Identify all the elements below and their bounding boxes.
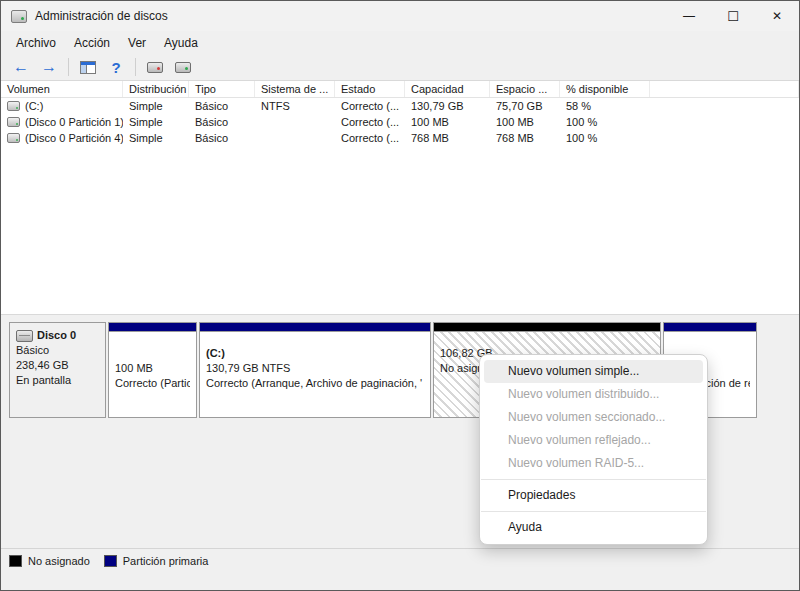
volume-row-particion1[interactable]: (Disco 0 Partición 1) Simple Básico Corr…	[1, 114, 799, 130]
column-header-estado[interactable]: Estado	[335, 81, 405, 97]
column-header-capacidad[interactable]: Capacidad	[405, 81, 490, 97]
volume-name: (C:)	[25, 100, 43, 112]
console-tree-button[interactable]	[76, 56, 100, 78]
cell-capacidad: 100 MB	[405, 116, 490, 128]
column-header-filler	[650, 81, 799, 97]
cell-disponible: 100 %	[560, 132, 650, 144]
partition-color-bar	[200, 323, 430, 332]
cell-tipo: Básico	[189, 116, 255, 128]
context-menu: Nuevo volumen simple... Nuevo volumen di…	[479, 354, 708, 545]
app-disk-icon	[11, 10, 27, 23]
cell-tipo: Básico	[189, 100, 255, 112]
cell-espacio: 768 MB	[490, 132, 560, 144]
legend-bar: No asignado Partición primaria	[1, 548, 799, 572]
partition-efi[interactable]: 100 MB Correcto (Partic	[108, 322, 197, 418]
menu-item-propiedades[interactable]: Propiedades	[480, 484, 707, 507]
toolbar-separator	[68, 58, 69, 76]
partition-color-bar	[109, 323, 196, 332]
column-header-distribucion[interactable]: Distribución	[123, 81, 189, 97]
window-title: Administración de discos	[35, 9, 168, 23]
disk-actions-button[interactable]	[171, 56, 195, 78]
column-header-espacio[interactable]: Espacio ...	[490, 81, 560, 97]
back-icon: ←	[13, 59, 29, 75]
volume-row-particion4[interactable]: (Disco 0 Partición 4) Simple Básico Corr…	[1, 130, 799, 146]
partition-size: 130,79 GB NTFS	[206, 361, 424, 376]
menu-ayuda[interactable]: Ayuda	[155, 33, 207, 53]
disk-management-window: Administración de discos — ☐ ✕ Archivo A…	[0, 0, 800, 591]
legend-unallocated: No asignado	[9, 555, 90, 567]
menu-item-nuevo-volumen-simple[interactable]: Nuevo volumen simple...	[484, 360, 703, 383]
cell-distribucion: Simple	[123, 132, 189, 144]
volume-list-header: Volumen Distribución Tipo Sistema de ...…	[1, 81, 799, 98]
partition-color-bar	[664, 323, 756, 332]
disk-status: En pantalla	[16, 373, 99, 388]
cell-distribucion: Simple	[123, 100, 189, 112]
cell-disponible: 100 %	[560, 116, 650, 128]
menu-item-nuevo-volumen-distribuido: Nuevo volumen distribuido...	[480, 383, 707, 406]
help-icon: ?	[111, 59, 120, 76]
menu-accion[interactable]: Acción	[65, 33, 119, 53]
cell-sistema: NTFS	[255, 100, 335, 112]
partition-c[interactable]: (C:) 130,79 GB NTFS Correcto (Arranque, …	[199, 322, 431, 418]
partition-name: (C:)	[206, 346, 424, 361]
column-header-volumen[interactable]: Volumen	[1, 81, 123, 97]
toolbar-separator	[135, 58, 136, 76]
volume-row-c[interactable]: (C:) Simple Básico NTFS Correcto (... 13…	[1, 98, 799, 114]
legend-primary-partition: Partición primaria	[104, 555, 209, 567]
toolbar: ← → ?	[1, 54, 799, 81]
console-tree-icon	[80, 61, 96, 74]
disk-0-header[interactable]: Disco 0 Básico 238,46 GB En pantalla	[9, 322, 106, 418]
disk-actions-icon	[175, 62, 191, 73]
disk-type: Básico	[16, 343, 99, 358]
cell-distribucion: Simple	[123, 116, 189, 128]
disk-drive-icon	[16, 330, 33, 342]
status-strip	[1, 572, 799, 590]
maximize-button[interactable]: ☐	[711, 1, 755, 31]
unallocated-swatch	[9, 555, 22, 567]
partition-size: 100 MB	[115, 361, 190, 376]
primary-partition-swatch	[104, 555, 117, 567]
partition-status: Correcto (Partic	[115, 376, 190, 391]
disk-properties-icon	[147, 62, 163, 73]
menu-ver[interactable]: Ver	[119, 33, 155, 53]
menu-separator	[481, 511, 706, 512]
forward-button[interactable]: →	[37, 56, 61, 78]
legend-label: No asignado	[28, 555, 90, 567]
disk-name: Disco 0	[37, 328, 76, 343]
volume-name: (Disco 0 Partición 1)	[25, 116, 123, 128]
column-header-tipo[interactable]: Tipo	[189, 81, 255, 97]
menu-bar: Archivo Acción Ver Ayuda	[1, 31, 799, 54]
partition-status: Correcto (Arranque, Archivo de paginació…	[206, 376, 424, 391]
minimize-button[interactable]: —	[667, 1, 711, 31]
disk-size: 238,46 GB	[16, 358, 99, 373]
volume-icon	[7, 133, 20, 143]
cell-capacidad: 768 MB	[405, 132, 490, 144]
window-controls: — ☐ ✕	[667, 1, 799, 31]
volume-name-cell: (Disco 0 Partición 4)	[1, 132, 123, 144]
cell-espacio: 100 MB	[490, 116, 560, 128]
cell-estado: Correcto (...	[335, 116, 405, 128]
disk-properties-button[interactable]	[143, 56, 167, 78]
back-button[interactable]: ←	[9, 56, 33, 78]
cell-tipo: Básico	[189, 132, 255, 144]
close-button[interactable]: ✕	[755, 1, 799, 31]
partition-line1	[115, 346, 190, 361]
menu-item-ayuda[interactable]: Ayuda	[480, 516, 707, 539]
legend-label: Partición primaria	[123, 555, 209, 567]
volume-icon	[7, 101, 20, 111]
menu-separator	[481, 479, 706, 480]
help-button[interactable]: ?	[104, 56, 128, 78]
volume-icon	[7, 117, 20, 127]
cell-capacidad: 130,79 GB	[405, 100, 490, 112]
column-header-sistema[interactable]: Sistema de ...	[255, 81, 335, 97]
title-bar: Administración de discos — ☐ ✕	[1, 1, 799, 31]
column-header-disponible[interactable]: % disponible	[560, 81, 650, 97]
volume-name-cell: (Disco 0 Partición 1)	[1, 116, 123, 128]
cell-estado: Correcto (...	[335, 132, 405, 144]
cell-espacio: 75,70 GB	[490, 100, 560, 112]
forward-icon: →	[41, 59, 57, 75]
cell-disponible: 58 %	[560, 100, 650, 112]
menu-item-nuevo-volumen-raid5: Nuevo volumen RAID-5...	[480, 452, 707, 475]
menu-archivo[interactable]: Archivo	[7, 33, 65, 53]
volume-name-cell: (C:)	[1, 100, 123, 112]
